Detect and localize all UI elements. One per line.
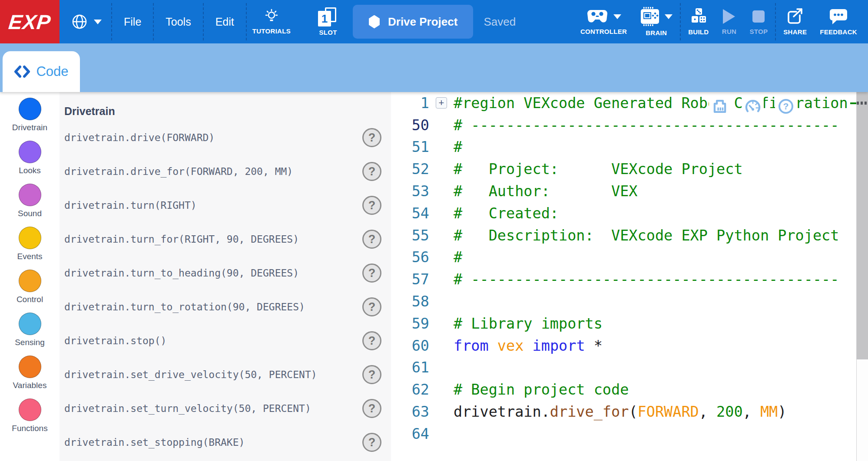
line-number: 52: [391, 161, 429, 178]
run-button[interactable]: RUN: [716, 0, 742, 43]
command-help-button[interactable]: ?: [362, 331, 381, 350]
code-line[interactable]: 58: [391, 290, 856, 313]
category-color-dot: [19, 270, 41, 292]
command-help-button[interactable]: ?: [362, 365, 381, 384]
category-color-dot: [19, 313, 41, 335]
question-mark-icon: ?: [779, 99, 793, 114]
command-text[interactable]: drivetrain.drive(FORWARD): [64, 132, 215, 143]
command-text[interactable]: drivetrain.turn_for(RIGHT, 90, DEGREES): [64, 234, 299, 245]
fold-plus-icon[interactable]: +: [436, 97, 447, 109]
code-line[interactable]: 57 # -----------------------------------…: [391, 268, 856, 290]
line-number: 63: [391, 403, 429, 420]
command-row: drivetrain.turn_to_heading(90, DEGREES) …: [64, 256, 391, 290]
feedback-button[interactable]: FEEDBACK: [814, 0, 863, 43]
code-line[interactable]: 53 # Author: VEX: [391, 180, 856, 202]
menu-edit[interactable]: Edit: [204, 0, 246, 43]
project-group: 1 SLOT Drive Project Saved: [314, 0, 516, 43]
command-help-button[interactable]: ?: [362, 128, 381, 147]
exp-logo[interactable]: EXP: [0, 0, 60, 43]
code-line[interactable]: 62 # Begin project code: [391, 379, 856, 401]
command-text[interactable]: drivetrain.set_drive_velocity(50, PERCEN…: [64, 369, 317, 380]
sidebar-category-events[interactable]: Events: [0, 227, 60, 261]
command-help-button[interactable]: ?: [362, 162, 381, 181]
code-line[interactable]: 60 from vex import *: [391, 335, 856, 357]
line-number: 54: [391, 205, 429, 222]
line-number: 51: [391, 138, 429, 155]
category-label: Events: [17, 252, 42, 261]
hexagon-icon: [368, 15, 380, 29]
sidebar-category-sensing[interactable]: Sensing: [0, 313, 60, 347]
code-line[interactable]: 61: [391, 357, 856, 379]
command-row: drivetrain.turn(RIGHT) ?: [64, 188, 391, 222]
controller-button[interactable]: CONTROLLER: [575, 0, 633, 43]
chevron-down-icon[interactable]: [613, 14, 621, 23]
command-help-button[interactable]: ?: [362, 399, 381, 418]
line-number: 50: [391, 117, 429, 134]
line-number: 58: [391, 293, 429, 310]
menu-file[interactable]: File: [112, 0, 153, 43]
sidebar-category-drivetrain[interactable]: Drivetrain: [0, 98, 60, 132]
editor-scrollbar[interactable]: [856, 92, 868, 461]
brain-button[interactable]: BRAIN: [634, 0, 678, 43]
category-label: Variables: [13, 381, 47, 390]
code-lines: 1 + #region VEXcode Generated Robot Conf…: [391, 92, 856, 461]
command-text[interactable]: drivetrain.turn_to_heading(90, DEGREES): [64, 267, 299, 279]
line-number: 60: [391, 337, 429, 354]
command-help-button[interactable]: ?: [362, 196, 381, 215]
code-line[interactable]: 63 drivetrain.drive_for(FORWARD, 200, MM…: [391, 401, 856, 423]
code-editor[interactable]: 1 + #region VEXcode Generated Robot Conf…: [391, 92, 868, 461]
command-help-button[interactable]: ?: [362, 297, 381, 316]
category-label: Sound: [18, 209, 42, 218]
build-button[interactable]: BUILD: [682, 0, 714, 43]
code-line[interactable]: 55 # Description: VEXcode EXP Python Pro…: [391, 224, 856, 247]
code-line[interactable]: 54 # Created:: [391, 202, 856, 224]
command-text[interactable]: drivetrain.turn_to_rotation(90, DEGREES): [64, 301, 305, 313]
tab-code[interactable]: Code: [3, 51, 80, 92]
command-text[interactable]: drivetrain.set_stopping(BRAKE): [64, 437, 245, 448]
code-line[interactable]: 52 # Project: VEXcode Project: [391, 158, 856, 180]
project-name-button[interactable]: Drive Project: [353, 5, 473, 39]
line-number: 59: [391, 315, 429, 332]
code-line[interactable]: 50 # -----------------------------------…: [391, 114, 856, 136]
navbar-actions: CONTROLLER: [575, 0, 863, 43]
category-sidebar: Drivetrain Looks Sound Events Control Se…: [0, 92, 60, 461]
code-text: # Created:: [454, 205, 559, 222]
console-port-button[interactable]: [709, 95, 731, 117]
code-line[interactable]: 64: [391, 423, 856, 445]
navbar-separator: [203, 3, 204, 40]
command-text[interactable]: drivetrain.set_turn_velocity(50, PERCENT…: [64, 403, 311, 414]
build-label: BUILD: [688, 28, 709, 36]
help-button[interactable]: ?: [775, 95, 797, 117]
sidebar-category-looks[interactable]: Looks: [0, 141, 60, 175]
command-help-button[interactable]: ?: [362, 433, 381, 452]
command-help-button[interactable]: ?: [362, 263, 381, 283]
code-line[interactable]: 51 #: [391, 136, 856, 158]
command-panel-header: Drivetrain: [64, 105, 391, 117]
chevron-down-icon[interactable]: [665, 14, 673, 23]
code-text: # --------------------------------------…: [454, 117, 839, 134]
code-line[interactable]: 59 # Library imports: [391, 313, 856, 335]
share-button[interactable]: SHARE: [778, 0, 812, 43]
exp-logo-text: EXP: [7, 10, 52, 34]
sidebar-category-sound[interactable]: Sound: [0, 184, 60, 218]
code-line[interactable]: 56 #: [391, 247, 856, 269]
stop-button[interactable]: STOP: [744, 0, 773, 43]
line-number: 61: [391, 359, 429, 376]
tutorials-button[interactable]: TUTORIALS: [247, 0, 296, 43]
brain-label: BRAIN: [646, 29, 667, 36]
language-button[interactable]: [61, 0, 111, 43]
command-text[interactable]: drivetrain.drive_for(FORWARD, 200, MM): [64, 166, 293, 177]
feedback-bubble-icon: [828, 8, 848, 25]
code-tab-label: Code: [36, 64, 68, 79]
category-label: Looks: [19, 166, 41, 175]
command-text[interactable]: drivetrain.stop(): [64, 335, 166, 346]
dashboard-gauge-button[interactable]: [742, 95, 764, 117]
sidebar-category-variables[interactable]: Variables: [0, 356, 60, 390]
sidebar-category-control[interactable]: Control: [0, 270, 60, 304]
scrollbar-thumb[interactable]: [857, 92, 868, 359]
command-text[interactable]: drivetrain.turn(RIGHT): [64, 200, 197, 211]
slot-button[interactable]: 1 SLOT: [314, 7, 342, 36]
menu-tools[interactable]: Tools: [154, 0, 202, 43]
sidebar-category-functions[interactable]: Functions: [0, 398, 60, 433]
command-help-button[interactable]: ?: [362, 230, 381, 249]
